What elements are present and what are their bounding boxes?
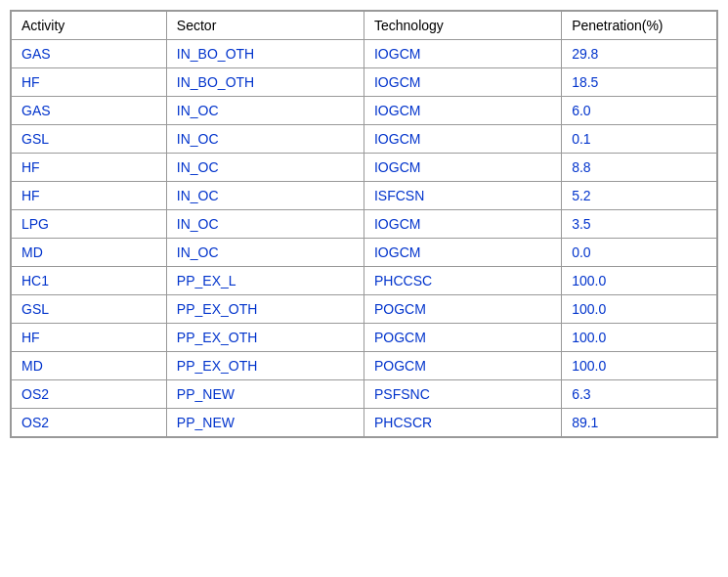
table-row: MDPP_EX_OTHPOGCM100.0 <box>12 352 717 380</box>
table-cell: IN_OC <box>166 154 364 182</box>
table-cell: IN_BO_OTH <box>166 40 364 68</box>
table-cell: IN_BO_OTH <box>166 68 364 97</box>
table-cell: IN_OC <box>166 97 364 125</box>
header-technology: Technology <box>364 12 561 40</box>
table-cell: HF <box>12 68 167 97</box>
table-cell: IOGCM <box>364 97 561 125</box>
table-cell: 29.8 <box>562 40 717 68</box>
table-cell: OS2 <box>12 409 167 437</box>
table-cell: 8.8 <box>562 154 717 182</box>
table-row: OS2PP_NEWPHCSCR89.1 <box>12 409 717 437</box>
table-cell: 100.0 <box>562 352 717 380</box>
table-cell: GAS <box>12 97 167 125</box>
table-row: GSLPP_EX_OTHPOGCM100.0 <box>12 295 717 324</box>
table-cell: PSFSNC <box>364 380 561 409</box>
table-cell: IOGCM <box>364 154 561 182</box>
table-cell: 0.1 <box>562 125 717 154</box>
table-cell: OS2 <box>12 380 167 409</box>
table-row: GSLIN_OCIOGCM0.1 <box>12 125 717 154</box>
table-cell: PP_EX_OTH <box>166 295 364 324</box>
table-cell: ISFCSN <box>364 182 561 210</box>
table-cell: IOGCM <box>364 125 561 154</box>
table-header-row: Activity Sector Technology Penetration(%… <box>12 12 717 40</box>
table-cell: IN_OC <box>166 239 364 267</box>
table-cell: 18.5 <box>562 68 717 97</box>
table-cell: HF <box>12 182 167 210</box>
table-cell: IOGCM <box>364 210 561 239</box>
table-cell: IN_OC <box>166 210 364 239</box>
header-sector: Sector <box>166 12 364 40</box>
table-cell: MD <box>12 352 167 380</box>
data-table: Activity Sector Technology Penetration(%… <box>10 10 718 438</box>
table-cell: POGCM <box>364 352 561 380</box>
table-cell: HF <box>12 324 167 352</box>
table-cell: 3.5 <box>562 210 717 239</box>
table-cell: HF <box>12 154 167 182</box>
table-row: HFIN_OCIOGCM8.8 <box>12 154 717 182</box>
table-cell: POGCM <box>364 324 561 352</box>
table-row: HC1PP_EX_LPHCCSC100.0 <box>12 267 717 295</box>
table-cell: PHCCSC <box>364 267 561 295</box>
table-row: HFPP_EX_OTHPOGCM100.0 <box>12 324 717 352</box>
table-row: GASIN_OCIOGCM6.0 <box>12 97 717 125</box>
table-cell: GSL <box>12 295 167 324</box>
table-cell: 0.0 <box>562 239 717 267</box>
table-cell: 6.3 <box>562 380 717 409</box>
table-cell: PP_NEW <box>166 380 364 409</box>
table-row: OS2PP_NEWPSFSNC6.3 <box>12 380 717 409</box>
table-cell: GAS <box>12 40 167 68</box>
table-cell: PHCSCR <box>364 409 561 437</box>
table-row: MDIN_OCIOGCM0.0 <box>12 239 717 267</box>
table-cell: 89.1 <box>562 409 717 437</box>
table-cell: 100.0 <box>562 295 717 324</box>
table-cell: IOGCM <box>364 239 561 267</box>
table-cell: IN_OC <box>166 125 364 154</box>
table-cell: 100.0 <box>562 324 717 352</box>
header-penetration: Penetration(%) <box>562 12 717 40</box>
table-cell: IOGCM <box>364 68 561 97</box>
table-cell: IOGCM <box>364 40 561 68</box>
table-row: GASIN_BO_OTHIOGCM29.8 <box>12 40 717 68</box>
table-row: HFIN_OCISFCSN5.2 <box>12 182 717 210</box>
table-cell: POGCM <box>364 295 561 324</box>
table-cell: PP_EX_OTH <box>166 352 364 380</box>
table-cell: 6.0 <box>562 97 717 125</box>
table-cell: PP_NEW <box>166 409 364 437</box>
table-cell: LPG <box>12 210 167 239</box>
table-cell: GSL <box>12 125 167 154</box>
table-row: LPGIN_OCIOGCM3.5 <box>12 210 717 239</box>
table-cell: 100.0 <box>562 267 717 295</box>
header-activity: Activity <box>12 12 167 40</box>
table-cell: PP_EX_OTH <box>166 324 364 352</box>
table-cell: IN_OC <box>166 182 364 210</box>
table-cell: 5.2 <box>562 182 717 210</box>
table-cell: HC1 <box>12 267 167 295</box>
table-cell: MD <box>12 239 167 267</box>
table-row: HFIN_BO_OTHIOGCM18.5 <box>12 68 717 97</box>
table-cell: PP_EX_L <box>166 267 364 295</box>
